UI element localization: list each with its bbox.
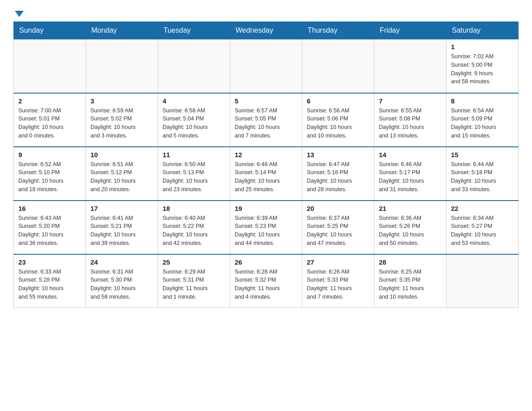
weekday-header-friday: Friday	[374, 22, 446, 39]
day-info: Sunrise: 6:34 AMSunset: 5:27 PMDaylight:…	[451, 214, 514, 248]
day-number: 8	[451, 97, 514, 105]
calendar-week-5: 23Sunrise: 6:33 AMSunset: 5:28 PMDayligh…	[14, 254, 519, 308]
day-number: 21	[379, 205, 442, 212]
calendar-cell: 13Sunrise: 6:47 AMSunset: 5:16 PMDayligh…	[302, 147, 374, 201]
calendar-cell: 2Sunrise: 7:00 AMSunset: 5:01 PMDaylight…	[14, 93, 86, 147]
day-info: Sunrise: 6:52 AMSunset: 5:10 PMDaylight:…	[18, 160, 81, 194]
day-info: Sunrise: 6:44 AMSunset: 5:18 PMDaylight:…	[451, 160, 514, 194]
calendar-cell	[374, 39, 446, 93]
calendar-cell: 26Sunrise: 6:28 AMSunset: 5:32 PMDayligh…	[230, 254, 302, 308]
calendar-cell: 4Sunrise: 6:58 AMSunset: 5:04 PMDaylight…	[158, 93, 230, 147]
day-info: Sunrise: 6:40 AMSunset: 5:22 PMDaylight:…	[163, 214, 225, 248]
logo-arrow-icon	[15, 11, 24, 17]
calendar-week-2: 2Sunrise: 7:00 AMSunset: 5:01 PMDaylight…	[14, 93, 519, 147]
calendar-cell: 7Sunrise: 6:55 AMSunset: 5:08 PMDaylight…	[374, 93, 446, 147]
day-info: Sunrise: 6:51 AMSunset: 5:12 PMDaylight:…	[90, 160, 153, 194]
day-number: 22	[451, 205, 514, 212]
calendar-cell: 24Sunrise: 6:31 AMSunset: 5:30 PMDayligh…	[86, 254, 158, 308]
day-number: 13	[307, 151, 369, 158]
day-info: Sunrise: 6:41 AMSunset: 5:21 PMDaylight:…	[90, 214, 153, 248]
day-number: 10	[90, 151, 153, 158]
calendar-cell	[14, 39, 86, 93]
page-header	[13, 9, 519, 17]
weekday-header-tuesday: Tuesday	[158, 22, 230, 39]
calendar-cell: 11Sunrise: 6:50 AMSunset: 5:13 PMDayligh…	[158, 147, 230, 201]
calendar-cell	[446, 254, 519, 308]
day-number: 26	[235, 258, 297, 266]
calendar-cell	[230, 39, 302, 93]
calendar-cell: 17Sunrise: 6:41 AMSunset: 5:21 PMDayligh…	[86, 201, 158, 254]
day-info: Sunrise: 6:58 AMSunset: 5:04 PMDaylight:…	[163, 107, 225, 140]
calendar-cell	[302, 39, 374, 93]
calendar-cell: 21Sunrise: 6:36 AMSunset: 5:26 PMDayligh…	[374, 201, 446, 254]
day-info: Sunrise: 6:59 AMSunset: 5:02 PMDaylight:…	[90, 107, 153, 140]
calendar-cell: 14Sunrise: 6:46 AMSunset: 5:17 PMDayligh…	[374, 147, 446, 201]
day-number: 17	[90, 205, 153, 212]
calendar-cell: 3Sunrise: 6:59 AMSunset: 5:02 PMDaylight…	[86, 93, 158, 147]
day-info: Sunrise: 6:46 AMSunset: 5:17 PMDaylight:…	[379, 160, 442, 194]
weekday-header-thursday: Thursday	[302, 22, 374, 39]
calendar-cell: 6Sunrise: 6:56 AMSunset: 5:06 PMDaylight…	[302, 93, 374, 147]
day-number: 2	[18, 97, 81, 105]
calendar-cell: 15Sunrise: 6:44 AMSunset: 5:18 PMDayligh…	[446, 147, 519, 201]
day-info: Sunrise: 6:26 AMSunset: 5:33 PMDaylight:…	[307, 268, 369, 301]
day-info: Sunrise: 6:57 AMSunset: 5:05 PMDaylight:…	[235, 107, 297, 140]
calendar-cell: 12Sunrise: 6:48 AMSunset: 5:14 PMDayligh…	[230, 147, 302, 201]
day-info: Sunrise: 6:43 AMSunset: 5:20 PMDaylight:…	[18, 214, 81, 248]
day-info: Sunrise: 6:25 AMSunset: 5:35 PMDaylight:…	[379, 268, 442, 301]
day-info: Sunrise: 6:50 AMSunset: 5:13 PMDaylight:…	[163, 160, 225, 194]
calendar-cell: 20Sunrise: 6:37 AMSunset: 5:25 PMDayligh…	[302, 201, 374, 254]
day-info: Sunrise: 7:00 AMSunset: 5:01 PMDaylight:…	[18, 107, 81, 140]
day-number: 14	[379, 151, 442, 158]
day-info: Sunrise: 6:31 AMSunset: 5:30 PMDaylight:…	[90, 268, 153, 301]
calendar-cell: 23Sunrise: 6:33 AMSunset: 5:28 PMDayligh…	[14, 254, 86, 308]
day-info: Sunrise: 6:48 AMSunset: 5:14 PMDaylight:…	[235, 160, 297, 194]
day-info: Sunrise: 6:36 AMSunset: 5:26 PMDaylight:…	[379, 214, 442, 248]
day-number: 9	[18, 151, 81, 158]
calendar-cell: 28Sunrise: 6:25 AMSunset: 5:35 PMDayligh…	[374, 254, 446, 308]
day-info: Sunrise: 6:37 AMSunset: 5:25 PMDaylight:…	[307, 214, 369, 248]
day-number: 28	[379, 258, 442, 266]
calendar-cell: 16Sunrise: 6:43 AMSunset: 5:20 PMDayligh…	[14, 201, 86, 254]
day-number: 6	[307, 97, 369, 105]
calendar-cell: 10Sunrise: 6:51 AMSunset: 5:12 PMDayligh…	[86, 147, 158, 201]
day-number: 7	[379, 97, 442, 105]
calendar-cell: 25Sunrise: 6:29 AMSunset: 5:31 PMDayligh…	[158, 254, 230, 308]
day-info: Sunrise: 6:55 AMSunset: 5:08 PMDaylight:…	[379, 107, 442, 140]
calendar-cell: 8Sunrise: 6:54 AMSunset: 5:09 PMDaylight…	[446, 93, 519, 147]
calendar-cell: 22Sunrise: 6:34 AMSunset: 5:27 PMDayligh…	[446, 201, 519, 254]
day-number: 16	[18, 205, 81, 212]
day-number: 19	[235, 205, 297, 212]
calendar-cell: 9Sunrise: 6:52 AMSunset: 5:10 PMDaylight…	[14, 147, 86, 201]
day-info: Sunrise: 6:28 AMSunset: 5:32 PMDaylight:…	[235, 268, 297, 301]
day-number: 4	[163, 97, 225, 105]
calendar-cell: 19Sunrise: 6:39 AMSunset: 5:23 PMDayligh…	[230, 201, 302, 254]
calendar-cell: 1Sunrise: 7:02 AMSunset: 5:00 PMDaylight…	[446, 39, 519, 93]
calendar-table: SundayMondayTuesdayWednesdayThursdayFrid…	[13, 21, 519, 308]
day-number: 11	[163, 151, 225, 158]
day-number: 24	[90, 258, 153, 266]
day-number: 5	[235, 97, 297, 105]
calendar-cell: 5Sunrise: 6:57 AMSunset: 5:05 PMDaylight…	[230, 93, 302, 147]
day-number: 1	[451, 43, 514, 51]
weekday-header-sunday: Sunday	[14, 22, 86, 39]
day-info: Sunrise: 6:29 AMSunset: 5:31 PMDaylight:…	[163, 268, 225, 301]
calendar-cell	[86, 39, 158, 93]
day-number: 20	[307, 205, 369, 212]
logo	[13, 9, 24, 17]
day-number: 3	[90, 97, 153, 105]
day-info: Sunrise: 7:02 AMSunset: 5:00 PMDaylight:…	[451, 52, 514, 86]
calendar-cell: 18Sunrise: 6:40 AMSunset: 5:22 PMDayligh…	[158, 201, 230, 254]
weekday-header-wednesday: Wednesday	[230, 22, 302, 39]
day-info: Sunrise: 6:54 AMSunset: 5:09 PMDaylight:…	[451, 107, 514, 140]
weekday-header-saturday: Saturday	[446, 22, 519, 39]
day-info: Sunrise: 6:33 AMSunset: 5:28 PMDaylight:…	[18, 268, 81, 301]
day-info: Sunrise: 6:47 AMSunset: 5:16 PMDaylight:…	[307, 160, 369, 194]
calendar-cell	[158, 39, 230, 93]
day-number: 15	[451, 151, 514, 158]
day-info: Sunrise: 6:56 AMSunset: 5:06 PMDaylight:…	[307, 107, 369, 140]
day-number: 27	[307, 258, 369, 266]
calendar-week-1: 1Sunrise: 7:02 AMSunset: 5:00 PMDaylight…	[14, 39, 519, 93]
day-number: 25	[163, 258, 225, 266]
calendar-week-3: 9Sunrise: 6:52 AMSunset: 5:10 PMDaylight…	[14, 147, 519, 201]
